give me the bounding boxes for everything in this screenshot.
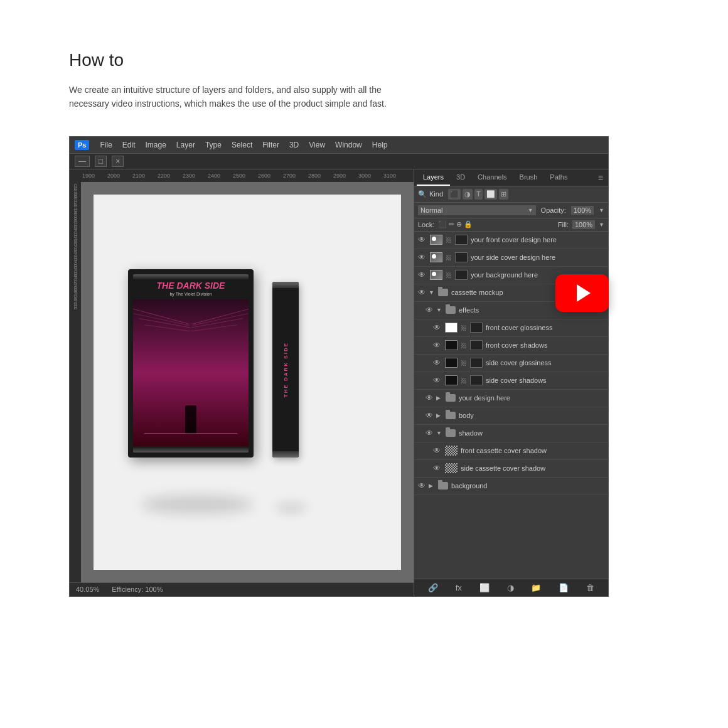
menu-type[interactable]: Type — [201, 139, 226, 151]
layer-mask-thumb — [455, 252, 468, 262]
collapse-arrow[interactable]: ▶ — [436, 395, 442, 401]
layer-folder-item[interactable]: 👁 ▶ your design here — [414, 390, 608, 407]
kind-icon-shape[interactable]: ⬜ — [484, 189, 497, 200]
menu-filter[interactable]: Filter — [258, 139, 284, 151]
layer-item[interactable]: 👁 ⛓ side cover shadows — [414, 372, 608, 390]
layer-chain-icon: ⛓ — [461, 324, 467, 331]
menu-image[interactable]: Image — [141, 139, 171, 151]
youtube-play-button[interactable] — [555, 274, 609, 312]
kind-icon-pixel[interactable]: ⬛ — [448, 189, 461, 200]
menu-help[interactable]: Help — [368, 139, 392, 151]
collapse-arrow[interactable]: ▼ — [436, 430, 442, 436]
layer-mask-thumb — [455, 235, 468, 245]
layer-eye[interactable]: 👁 — [432, 376, 442, 385]
layer-item[interactable]: 👁 ⛓ your front cover design here — [414, 232, 608, 249]
tab-brush[interactable]: Brush — [513, 169, 544, 186]
folder-icon — [438, 289, 448, 296]
layer-eye[interactable]: 👁 — [432, 464, 442, 473]
layer-name: body — [459, 412, 606, 419]
layer-item[interactable]: 👁 ⛓ front cover glossiness — [414, 319, 608, 337]
layer-eye[interactable]: 👁 — [432, 323, 442, 332]
add-mask-button[interactable]: ⬜ — [477, 582, 492, 594]
fx-button[interactable]: fx — [453, 582, 464, 594]
close-button[interactable]: × — [112, 156, 124, 167]
collapse-arrow[interactable]: ▶ — [429, 483, 435, 489]
link-layers-button[interactable]: 🔗 — [426, 582, 441, 594]
layer-chain-icon: ⛓ — [446, 254, 452, 261]
collapse-arrow[interactable]: ▶ — [436, 412, 442, 419]
menu-view[interactable]: View — [304, 139, 329, 151]
lock-icon-move[interactable]: ⊕ — [456, 220, 462, 228]
layer-name: background — [451, 482, 606, 490]
ruler-num: 3100 — [383, 173, 409, 179]
canvas-section: 1900 2000 2100 2200 2300 2400 2500 2600 … — [70, 169, 414, 596]
layer-thumbnail — [445, 375, 458, 385]
menu-window[interactable]: Window — [331, 139, 367, 151]
menu-file[interactable]: File — [95, 139, 116, 151]
ruler-num: 2400 — [208, 173, 233, 179]
collapse-arrow[interactable]: ▼ — [429, 289, 435, 296]
collapse-arrow[interactable]: ▼ — [436, 307, 442, 313]
layer-eye[interactable]: 👁 — [432, 341, 442, 350]
new-adjustment-button[interactable]: ◑ — [505, 582, 517, 594]
blend-mode-select[interactable]: Normal ▼ — [418, 205, 536, 215]
opacity-value[interactable]: 100% — [571, 206, 594, 215]
lock-icon-pixel[interactable]: ⬛ — [438, 220, 447, 228]
cassette-front: THE DARK SIDE by The Violet Division — [128, 269, 254, 458]
side-bottom-strip — [272, 451, 299, 458]
layer-eye[interactable]: 👁 — [417, 481, 427, 490]
layer-folder-item[interactable]: 👁 ▶ background — [414, 478, 608, 495]
layer-eye[interactable]: 👁 — [424, 411, 434, 420]
layer-name: your design here — [459, 394, 606, 402]
menu-3d[interactable]: 3D — [285, 139, 303, 151]
menu-bar: Ps File Edit Image Layer Type Select Fil… — [70, 137, 608, 153]
menu-select[interactable]: Select — [227, 139, 257, 151]
layer-item[interactable]: 👁 ⛓ front cover shadows — [414, 337, 608, 355]
delete-layer-button[interactable]: 🗑 — [584, 582, 597, 594]
cassette-subtitle: by The Violet Division — [133, 292, 249, 296]
layer-item[interactable]: 👁 ⛓ side cover glossiness — [414, 355, 608, 372]
tab-channels[interactable]: Channels — [471, 169, 513, 186]
layer-eye[interactable]: 👁 — [417, 253, 427, 262]
layer-folder-item[interactable]: 👁 ▼ shadow — [414, 425, 608, 442]
photoshop-window: Ps File Edit Image Layer Type Select Fil… — [69, 136, 609, 597]
layer-eye[interactable]: 👁 — [424, 306, 434, 314]
title-icons: — □ × — [75, 156, 124, 167]
layer-item[interactable]: 👁 side cassette cover shadow — [414, 460, 608, 478]
layer-eye[interactable]: 👁 — [417, 235, 427, 244]
kind-icon-smart[interactable]: ⊞ — [499, 189, 508, 200]
tab-layers[interactable]: Layers — [417, 169, 450, 186]
canvas[interactable]: THE DARK SIDE by The Violet Division — [81, 182, 414, 582]
minimize-button[interactable]: — — [75, 156, 90, 167]
layer-name: shadow — [459, 429, 606, 437]
layer-item[interactable]: 👁 ⛓ your side cover design here — [414, 249, 608, 267]
layer-mask-thumb — [470, 358, 483, 368]
kind-icon-type[interactable]: T — [474, 189, 483, 200]
status-bar: 40.05% Efficiency: 100% — [70, 582, 414, 596]
fill-value[interactable]: 100% — [572, 220, 595, 229]
lock-icon-all[interactable]: 🔒 — [464, 220, 473, 228]
panel-blend-row: Normal ▼ Opacity: 100% ▼ — [414, 203, 608, 218]
new-layer-button[interactable]: 📄 — [556, 582, 571, 594]
layer-eye[interactable]: 👁 — [417, 288, 427, 297]
layer-eye[interactable]: 👁 — [424, 429, 434, 437]
menu-edit[interactable]: Edit — [118, 139, 140, 151]
layer-eye[interactable]: 👁 — [432, 358, 442, 367]
layer-eye[interactable]: 👁 — [424, 393, 434, 402]
ruler-num: 3000 — [358, 173, 383, 179]
lock-icon-draw[interactable]: ✏ — [449, 220, 454, 228]
layer-eye[interactable]: 👁 — [417, 270, 427, 279]
new-group-button[interactable]: 📁 — [528, 582, 543, 594]
layer-eye[interactable]: 👁 — [432, 446, 442, 455]
blend-mode-value: Normal — [420, 206, 442, 214]
layer-mask-thumb — [470, 375, 483, 385]
tab-paths[interactable]: Paths — [543, 169, 574, 186]
maximize-button[interactable]: □ — [95, 156, 107, 167]
ruler-num: 2500 — [233, 173, 258, 179]
kind-icon-adjust[interactable]: ◑ — [463, 189, 473, 200]
menu-layer[interactable]: Layer — [172, 139, 200, 151]
layer-folder-item[interactable]: 👁 ▶ body — [414, 407, 608, 425]
layer-item[interactable]: 👁 front cassette cover shadow — [414, 442, 608, 460]
panel-menu-icon[interactable]: ≡ — [596, 170, 606, 185]
tab-3d[interactable]: 3D — [450, 169, 471, 186]
